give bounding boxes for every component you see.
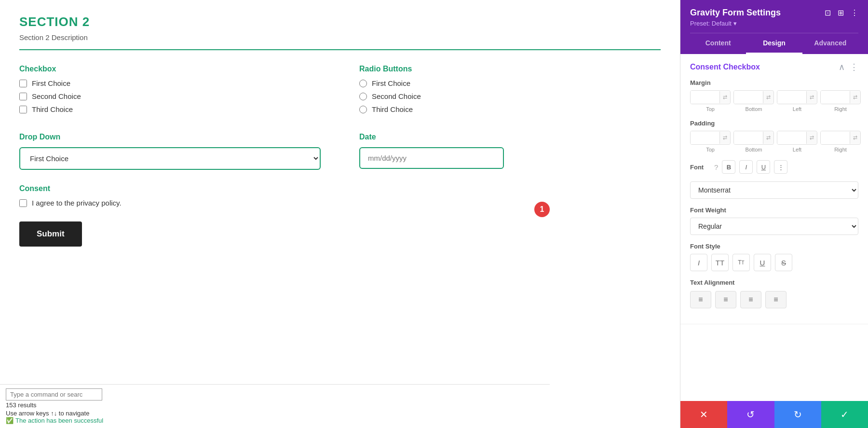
layout-icon[interactable]: ⊞ [838,8,844,17]
panel-tabs: Content Design Advanced [690,33,858,54]
checkbox-item-1: First Choice [19,79,321,87]
small-caps-button[interactable]: TT [732,254,750,271]
padding-right-input[interactable]: 0 [821,131,850,144]
collapse-icon[interactable]: ∧ [839,62,845,72]
strikethrough-button[interactable]: S [775,254,792,271]
tab-design[interactable]: Design [746,33,802,54]
success-message: ✅ The action has been successful [6,417,544,424]
font-italic-icon[interactable]: I [739,160,753,174]
command-search-input[interactable] [6,388,102,400]
nav-hint: Use arrow keys ↑↓ to navigate [6,410,544,417]
padding-top-link-icon[interactable]: ⇄ [719,132,730,144]
margin-right-group: 0 ⇄ Right [820,90,861,112]
section-block-actions: ∧ ⋮ [839,62,858,72]
consent-checkbox-input[interactable] [19,199,27,207]
right-panel: Gravity Form Settings ⊡ ⊞ ⋮ Preset: Defa… [680,0,868,428]
align-right-button[interactable]: ≡ [740,291,761,308]
save-button[interactable]: ✓ [821,401,868,428]
padding-left-label: Left [793,147,801,152]
margin-left-input[interactable]: 0 [777,91,806,104]
text-alignment-label: Text Alignment [690,279,858,286]
section-block-header: Consent Checkbox ∧ ⋮ [690,62,858,72]
submit-button[interactable]: Submit [19,221,82,247]
more-icon[interactable]: ⋮ [851,8,858,17]
padding-bottom-label: Bottom [746,147,762,152]
checkbox-label-2: Second Choice [32,92,81,100]
expand-icon[interactable]: ⊡ [825,8,831,17]
align-center-button[interactable]: ≡ [715,291,736,308]
padding-left-link-icon[interactable]: ⇄ [806,132,817,144]
align-left-button[interactable]: ≡ [690,291,711,308]
margin-right-link-icon[interactable]: ⇄ [850,91,860,103]
checkbox-item-2: Second Choice [19,92,321,100]
padding-bottom-input[interactable]: 8px [734,131,763,144]
underline-button[interactable]: U [754,254,771,271]
font-more-icon[interactable]: ⋮ [774,160,787,174]
radio-item-3: Third Choice [359,105,661,113]
more-options-icon[interactable]: ⋮ [850,62,858,72]
section-description: Section 2 Description [19,33,661,41]
margin-top-group: 0 ⇄ Top [690,90,731,112]
bottom-bar: 153 results Use arrow keys ↑↓ to navigat… [0,384,550,428]
font-style-buttons: I TT TT U S [690,254,858,271]
margin-bottom-group: 0 ⇄ Bottom [733,90,774,112]
section-title: SECTION 2 [19,14,661,29]
align-buttons: ≡ ≡ ≡ ≡ [690,291,858,308]
date-input[interactable] [359,147,504,169]
date-field: Date [359,133,661,170]
margin-bottom-link-icon[interactable]: ⇄ [763,91,773,103]
refresh-button[interactable]: ↻ [774,401,821,428]
padding-right-label: Right [834,147,847,152]
font-weight-select[interactable]: Regular Bold Light [690,218,858,235]
checkbox-input-2[interactable] [19,93,27,100]
panel-header-icons: ⊡ ⊞ ⋮ [825,8,858,17]
dropdown-label: Drop Down [19,133,321,141]
font-weight-row: Font Weight Regular Bold Light [690,207,858,235]
radio-input-1[interactable] [359,80,367,87]
margin-label: Margin [690,79,858,86]
caps-button[interactable]: TT [711,254,729,271]
reset-button[interactable]: ↺ [727,401,774,428]
padding-right-link-icon[interactable]: ⇄ [850,132,860,144]
align-justify-button[interactable]: ≡ [765,291,787,308]
font-bold-icon[interactable]: B [722,160,735,174]
radio-item-1: First Choice [359,79,661,87]
checkbox-field: Checkbox First Choice Second Choice Thir… [19,65,321,118]
font-select-row: Montserrat [690,181,858,199]
panel-content: Consent Checkbox ∧ ⋮ Margin 0 ⇄ Top [680,54,868,401]
padding-bottom-group: 8px ⇄ Bottom [733,131,774,152]
tab-advanced[interactable]: Advanced [802,33,858,54]
padding-right-group: 0 ⇄ Right [820,131,861,152]
radio-item-2: Second Choice [359,92,661,100]
padding-top-input[interactable]: 8px [691,131,719,144]
margin-inputs: 0 ⇄ Top 0 ⇄ Bottom 0 [690,90,858,112]
font-select[interactable]: Montserrat [690,181,858,199]
preset-label[interactable]: Preset: Default ▾ [690,20,858,27]
margin-right-input[interactable]: 0 [821,91,850,104]
radio-field: Radio Buttons First Choice Second Choice… [359,65,661,118]
margin-top-input[interactable]: 0 [691,91,719,104]
italic-button[interactable]: I [690,254,707,271]
margin-left-link-icon[interactable]: ⇄ [806,91,817,103]
consent-checkbox-section: Consent Checkbox ∧ ⋮ Margin 0 ⇄ Top [680,54,868,324]
checkbox-label-1: First Choice [32,79,70,87]
padding-bottom-link-icon[interactable]: ⇄ [763,132,773,144]
font-row: Font ? B I U ⋮ [690,160,858,174]
radio-input-3[interactable] [359,106,367,113]
font-question-icon[interactable]: ? [714,163,718,171]
step-badge: 1 [534,202,550,217]
font-underline-icon[interactable]: U [757,160,770,174]
margin-bottom-input[interactable]: 0 [734,91,763,104]
checkbox-input-1[interactable] [19,80,27,87]
radio-label: Radio Buttons [359,65,661,73]
dropdown-select[interactable]: First Choice Second Choice Third Choice [19,147,321,170]
dropdown-field: Drop Down First Choice Second Choice Thi… [19,133,321,170]
margin-bottom-label: Bottom [746,106,762,112]
padding-left-input[interactable]: 0 [777,131,806,144]
checkbox-input-3[interactable] [19,106,27,113]
tab-content[interactable]: Content [690,33,746,54]
radio-input-2[interactable] [359,93,367,100]
margin-top-link-icon[interactable]: ⇄ [719,91,730,103]
margin-row: Margin 0 ⇄ Top 0 ⇄ Bottom [690,79,858,112]
cancel-button[interactable]: ✕ [680,401,727,428]
